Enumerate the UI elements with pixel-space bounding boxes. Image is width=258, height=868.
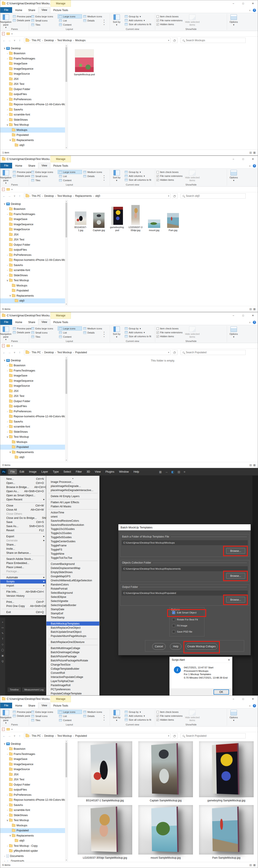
sidebar-scrollbar[interactable]: ▴▾ — [65, 199, 68, 306]
script-item-selectellipse[interactable]: SelectEllipse — [46, 595, 99, 599]
view-option-medium-icons[interactable]: Medium icons — [82, 14, 103, 19]
chevron-down-icon[interactable]: ∨ — [3, 742, 6, 745]
chevron-right-icon[interactable]: › — [6, 809, 9, 811]
breadcrumb-segment[interactable]: Replacements — [74, 194, 93, 198]
minimize-button[interactable]: – — [228, 312, 238, 319]
options-button[interactable]: Options▾ — [227, 709, 240, 726]
close-button[interactable]: ✕ — [248, 312, 258, 319]
view-option-tiles[interactable]: Tiles — [30, 178, 58, 182]
chevron-down-icon[interactable]: ∨ — [3, 359, 6, 362]
tab-file[interactable]: File — [0, 319, 12, 325]
chevron-right-icon[interactable]: › — [6, 794, 9, 796]
maximize-button[interactable]: □ — [238, 312, 248, 319]
script-item-toggle10x10guides[interactable]: Toggle10x10Guides — [46, 527, 99, 531]
sidebar-item-yf9ivy9n4nb4-spider[interactable]: yf9ivy9n4nb4-spider — [0, 848, 68, 854]
breadcrumb-segment[interactable]: Desktop — [43, 734, 55, 738]
tab-view[interactable]: View — [38, 7, 50, 13]
chevron-right-icon[interactable]: › — [3, 860, 6, 862]
script-item-stampexif[interactable]: StampExif — [46, 611, 99, 615]
tab-picture-tools[interactable]: Picture Tools — [51, 8, 71, 13]
chevron-down-icon[interactable]: ∨ — [6, 123, 9, 126]
ps-menu-file[interactable]: File — [8, 469, 17, 474]
script-item-flatten-all-layer-effects[interactable]: Flatten All Layer Effects — [46, 500, 99, 504]
breadcrumb-segment[interactable]: This PC — [31, 734, 42, 738]
sidebar-item-framstestimages[interactable]: ›FramsTestImages — [0, 212, 68, 217]
menu-item-open-recent[interactable]: Open Recent▶ — [0, 497, 46, 501]
sidebar-scrollbar[interactable]: ▴▾ — [65, 740, 68, 862]
chevron-right-icon[interactable]: › — [6, 98, 9, 101]
breadcrumb-segment[interactable]: This PC — [31, 350, 42, 354]
ps-tab-timeline[interactable]: Timeline — [7, 687, 21, 692]
scroll-down-icon[interactable]: ▾ — [66, 859, 67, 862]
ps-menu-select[interactable]: Select — [61, 469, 73, 474]
tab-home[interactable]: Home — [12, 703, 25, 708]
details-view-icon[interactable]: ▤ — [249, 308, 252, 311]
view-option-list[interactable]: List — [58, 19, 82, 23]
chevron-down-icon[interactable]: ∨ — [9, 451, 11, 454]
tab-share[interactable]: Share — [25, 703, 38, 708]
history-dropdown-icon[interactable]: ▾ — [12, 351, 17, 354]
sidebar-item-saveas[interactable]: ›SaveAs — [0, 262, 68, 268]
search-input[interactable]: Search obj0 — [181, 193, 246, 198]
breadcrumb-segment[interactable]: Populated — [74, 734, 88, 738]
view-option-extra-large-icons[interactable]: Extra large icons — [30, 327, 58, 331]
thumbnails-view-icon[interactable]: ▦ — [253, 151, 256, 154]
ps-tab-measurement-log[interactable]: Measurement Log — [22, 687, 46, 692]
minimize-button[interactable]: – — [228, 696, 238, 702]
help-icon[interactable]: ? — [253, 321, 256, 324]
menu-item-file-info-[interactable]: File Info...Alt+Shift+Ctrl+I — [0, 590, 46, 594]
tab-file[interactable]: File — [0, 703, 12, 708]
script-item-batchmultiimagecollage[interactable]: BatchMultiImageCollage — [46, 646, 99, 650]
search-input[interactable]: Search Populated — [181, 350, 246, 355]
sidebar-item-imagesave[interactable]: ImageSave — [0, 757, 68, 762]
script-item-togglefs[interactable]: ToggleFS — [46, 548, 99, 552]
path-dropdown-icon[interactable]: ▾ — [168, 195, 169, 197]
properties-icon[interactable] — [2, 344, 5, 347]
ps-tool-icon[interactable]: ◇ — [2, 643, 3, 646]
tab-share[interactable]: Share — [25, 320, 38, 325]
chevron-down-icon[interactable]: ∨ — [9, 294, 11, 297]
chevron-down-icon[interactable]: ∨ — [6, 819, 9, 822]
chevron-right-icon[interactable]: › — [6, 410, 9, 413]
menu-item-close-all[interactable]: Close AllAlt+Ctrl+W — [0, 507, 46, 512]
path-field[interactable]: C:\Users\jjmac\Desktop\Test Mockup\Mocku… — [122, 540, 248, 545]
view-option-small-icons[interactable]: Small icons — [30, 331, 58, 335]
search-input[interactable]: Search Mockups — [181, 38, 246, 43]
menu-item-place-linked-[interactable]: Place Linked... — [0, 565, 46, 569]
view-option-content[interactable]: Content — [58, 718, 82, 722]
script-item-collagetemplatebuilder[interactable]: CollageTemplateBuilder — [46, 666, 99, 671]
current-view-button[interactable]: Size all columns to fit — [123, 334, 153, 338]
view-option-large-icons[interactable]: Large icons — [58, 170, 82, 174]
breadcrumb-segment[interactable]: Test Mockup — [56, 350, 73, 354]
thumbnails-view-icon[interactable]: ▦ — [253, 863, 256, 866]
menu-item-package-[interactable]: Package... — [0, 569, 46, 573]
menu-item-import[interactable]: Import▶ — [0, 584, 46, 588]
sidebar-item-saveas[interactable]: ›SaveAs — [0, 419, 68, 424]
scroll-down-icon[interactable]: ▾ — [66, 146, 67, 149]
properties-icon[interactable] — [2, 32, 5, 35]
collapse-ribbon-icon[interactable]: ∧ — [249, 321, 251, 323]
sidebar-item-pspreferences[interactable]: ›PsPreferences — [0, 792, 68, 798]
details-view-icon[interactable]: ▤ — [249, 863, 252, 866]
tab-share[interactable]: Share — [25, 8, 38, 13]
view-option-details[interactable]: Details — [82, 174, 103, 178]
sidebar-item-mockups[interactable]: Mockups — [0, 439, 68, 445]
breadcrumb-segment[interactable]: obj0 — [94, 194, 101, 198]
script-item-batchpicturepackagenorotate[interactable]: BatchPicturePackageNoRotate — [46, 658, 99, 662]
script-item-layertoalphachan[interactable]: LayerToAlphaChan — [46, 679, 99, 683]
qat-customize-icon[interactable]: ▾ — [11, 345, 12, 347]
view-option-content[interactable]: Content — [58, 23, 82, 27]
script-item-orient[interactable]: orient — [46, 515, 99, 519]
menu-item-save-as-[interactable]: Save As...Shift+Ctrl+S — [0, 524, 46, 528]
tab-file[interactable]: File — [0, 163, 12, 168]
options-button[interactable]: Options▾ — [227, 169, 240, 186]
menu-item-exit[interactable]: ExitCtrl+Q — [0, 610, 46, 614]
menu-item-export[interactable]: Export▶ — [0, 534, 46, 538]
ps-tool-icon[interactable]: ◯ — [1, 649, 4, 651]
path-dropdown-icon[interactable]: ▾ — [168, 351, 169, 353]
script-item-toggle5x5guides[interactable]: Toggle5x5Guides — [46, 535, 99, 539]
script-item-batchmockuptemplates[interactable]: BatchMockupTemplates — [46, 621, 99, 626]
script-item-rotateportrait[interactable]: RotatePortrait — [46, 587, 99, 591]
qat-customize-icon[interactable]: ▾ — [11, 188, 12, 190]
path-dropdown-icon[interactable]: ▾ — [168, 39, 169, 41]
